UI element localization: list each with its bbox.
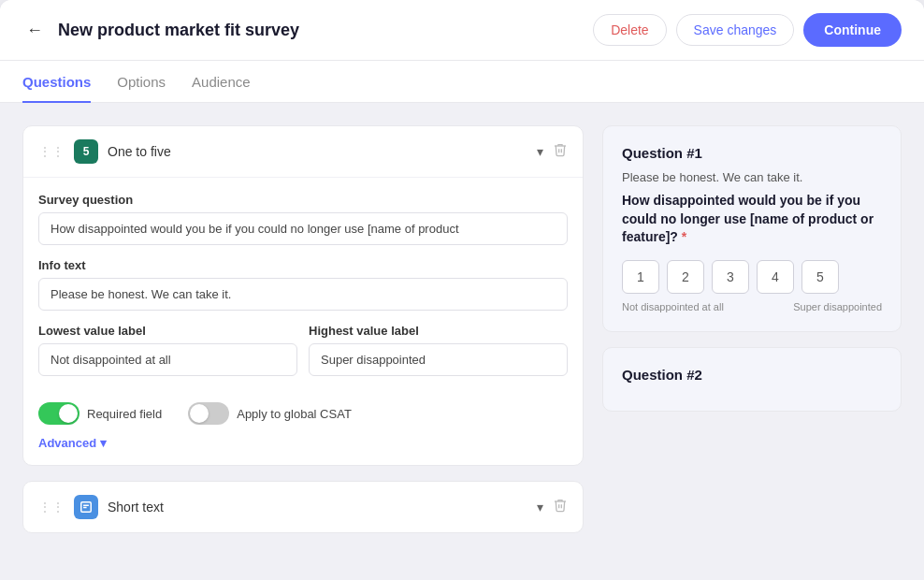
- question-type-label-1: One to five: [108, 144, 527, 159]
- preview-1-title: Question #1: [622, 145, 882, 161]
- question-1-body: Survey question Info text Lowest value l…: [23, 178, 583, 465]
- info-text-group: Info text: [38, 258, 568, 311]
- value-labels-row: Lowest value label Highest value label: [38, 324, 568, 389]
- question-1-collapse-button[interactable]: ▾: [537, 144, 543, 159]
- question-type-badge-2: [74, 495, 98, 519]
- rating-btn-2[interactable]: 2: [667, 260, 704, 294]
- app-container: ← New product market fit survey Delete S…: [0, 0, 924, 580]
- rating-btn-4[interactable]: 4: [757, 260, 794, 294]
- question-2-card: ⋮⋮ Short text ▾: [22, 481, 584, 533]
- lowest-value-input[interactable]: [38, 343, 297, 376]
- left-panel: ⋮⋮ 5 One to five ▾ Survey question: [22, 125, 584, 576]
- back-button[interactable]: ←: [22, 17, 47, 44]
- header: ← New product market fit survey Delete S…: [0, 0, 924, 61]
- info-text-label: Info text: [38, 258, 568, 272]
- rating-btn-5[interactable]: 5: [801, 260, 839, 294]
- question-type-badge-1: 5: [74, 139, 98, 164]
- survey-question-group: Survey question: [38, 193, 568, 245]
- tab-audience[interactable]: Audience: [192, 61, 251, 103]
- tab-questions[interactable]: Questions: [22, 61, 91, 103]
- right-panel: Question #1 Please be honest. We can tak…: [602, 125, 902, 576]
- highest-value-input[interactable]: [309, 343, 568, 376]
- back-icon: ←: [26, 21, 43, 40]
- highest-label: Highest value label: [309, 324, 568, 338]
- header-left: ← New product market fit survey: [22, 17, 299, 44]
- csat-label: Apply to global CSAT: [237, 407, 352, 421]
- drag-handle-icon[interactable]: ⋮⋮: [38, 144, 65, 159]
- drag-handle-icon-2[interactable]: ⋮⋮: [38, 500, 65, 515]
- preview-1-question: How disappointed would you be if you cou…: [622, 192, 882, 247]
- tab-options[interactable]: Options: [117, 61, 166, 103]
- question-type-label-2: Short text: [108, 500, 527, 515]
- question-2-collapse-button[interactable]: ▾: [537, 500, 543, 515]
- rating-label-high: Super disappointed: [793, 301, 882, 312]
- save-changes-button[interactable]: Save changes: [676, 14, 795, 46]
- question-1-delete-button[interactable]: [553, 142, 568, 161]
- rating-labels: Not disappointed at all Super disappoint…: [622, 301, 882, 312]
- preview-card-2: Question #2: [602, 347, 902, 412]
- advanced-chevron-icon: ▾: [100, 436, 107, 450]
- lowest-label: Lowest value label: [38, 324, 297, 338]
- lowest-label-group: Lowest value label: [38, 324, 297, 376]
- delete-button[interactable]: Delete: [593, 14, 666, 46]
- rating-label-low: Not disappointed at all: [622, 301, 724, 312]
- preview-card-1: Question #1 Please be honest. We can tak…: [602, 125, 902, 332]
- header-right: Delete Save changes Continue: [593, 13, 902, 47]
- required-field-toggle-item: Required field: [38, 402, 162, 425]
- info-text-input[interactable]: [38, 278, 568, 311]
- required-field-toggle[interactable]: [38, 402, 79, 425]
- csat-toggle[interactable]: [188, 402, 229, 425]
- survey-question-label: Survey question: [38, 193, 568, 207]
- required-field-label: Required field: [87, 407, 162, 421]
- page-title: New product market fit survey: [58, 21, 299, 40]
- continue-button[interactable]: Continue: [803, 13, 902, 47]
- preview-2-title: Question #2: [622, 367, 882, 383]
- rating-btn-1[interactable]: 1: [622, 260, 659, 294]
- rating-btn-3[interactable]: 3: [712, 260, 749, 294]
- toggle-row: Required field Apply to global CSAT: [38, 402, 568, 425]
- advanced-link[interactable]: Advanced ▾: [38, 436, 568, 450]
- tabs-bar: Questions Options Audience: [0, 61, 924, 103]
- survey-question-input[interactable]: [38, 212, 568, 245]
- highest-label-group: Highest value label: [309, 324, 568, 376]
- question-2-header: ⋮⋮ Short text ▾: [23, 482, 583, 532]
- main-content: ⋮⋮ 5 One to five ▾ Survey question: [0, 103, 924, 580]
- question-1-header: ⋮⋮ 5 One to five ▾: [23, 126, 583, 178]
- question-1-card: ⋮⋮ 5 One to five ▾ Survey question: [22, 125, 584, 466]
- question-2-delete-button[interactable]: [553, 498, 568, 516]
- preview-1-subtitle: Please be honest. We can take it.: [622, 170, 882, 184]
- rating-row: 1 2 3 4 5: [622, 260, 882, 294]
- required-star: *: [682, 229, 686, 244]
- csat-toggle-item: Apply to global CSAT: [188, 402, 352, 425]
